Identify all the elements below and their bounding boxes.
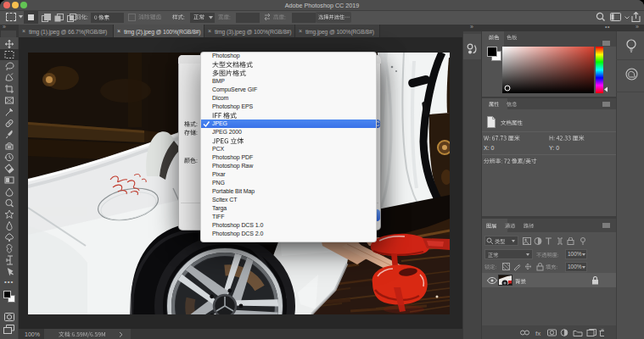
svg-text:fx: fx [535, 330, 540, 337]
